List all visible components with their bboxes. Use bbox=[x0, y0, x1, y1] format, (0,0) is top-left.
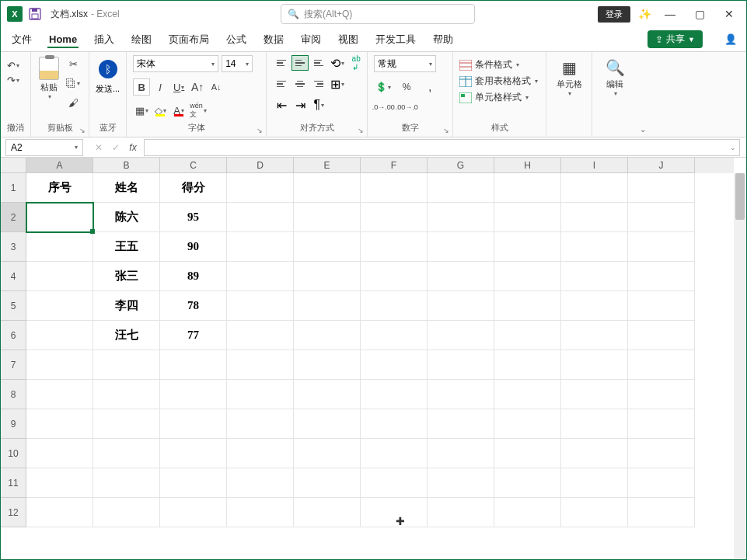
cell-F6[interactable] bbox=[361, 321, 428, 350]
col-header-B[interactable]: B bbox=[93, 158, 160, 173]
cell-E5[interactable] bbox=[294, 291, 361, 321]
align-center-button[interactable] bbox=[291, 76, 309, 92]
cell-H1[interactable] bbox=[494, 173, 561, 203]
confirm-formula-button[interactable]: ✓ bbox=[108, 142, 124, 153]
row-header-4[interactable]: 4 bbox=[1, 262, 26, 291]
cell-I7[interactable] bbox=[561, 350, 628, 380]
currency-button[interactable]: 💲▾ bbox=[374, 78, 393, 96]
cell-G5[interactable] bbox=[428, 291, 494, 321]
cell-F4[interactable] bbox=[361, 262, 428, 291]
decrease-font-button[interactable]: A↓ bbox=[208, 78, 225, 96]
cells-button[interactable]: ▦ 单元格▾ bbox=[553, 55, 585, 100]
menu-data[interactable]: 数据 bbox=[262, 30, 285, 50]
cell-B11[interactable] bbox=[93, 468, 160, 498]
cell-B4[interactable]: 张三 bbox=[93, 262, 160, 291]
save-icon[interactable] bbox=[29, 8, 41, 20]
menu-formulas[interactable]: 公式 bbox=[225, 30, 248, 50]
cell-E2[interactable] bbox=[294, 203, 361, 232]
cell-J10[interactable] bbox=[628, 439, 695, 468]
align-top-button[interactable] bbox=[273, 55, 290, 71]
cancel-formula-button[interactable]: ✕ bbox=[91, 142, 106, 153]
cell-G3[interactable] bbox=[428, 232, 494, 262]
cell-F1[interactable] bbox=[361, 173, 428, 203]
cell-F3[interactable] bbox=[361, 232, 428, 262]
cell-D1[interactable] bbox=[227, 173, 294, 203]
wrap-text-button[interactable]: ab↲ bbox=[347, 55, 365, 71]
row-header-5[interactable]: 5 bbox=[1, 291, 26, 321]
bold-button[interactable]: B bbox=[133, 78, 150, 96]
cell-A6[interactable] bbox=[26, 321, 93, 350]
cell-J4[interactable] bbox=[628, 262, 695, 291]
cell-A4[interactable] bbox=[26, 262, 93, 291]
cell-A7[interactable] bbox=[26, 350, 93, 380]
cell-F7[interactable] bbox=[361, 350, 428, 380]
cell-I6[interactable] bbox=[561, 321, 628, 350]
cell-F2[interactable] bbox=[361, 203, 428, 232]
cell-D11[interactable] bbox=[227, 468, 294, 498]
col-header-I[interactable]: I bbox=[561, 158, 628, 173]
cell-G10[interactable] bbox=[428, 439, 494, 468]
minimize-button[interactable]: — bbox=[659, 8, 681, 20]
menu-insert[interactable]: 插入 bbox=[93, 30, 116, 50]
comma-button[interactable]: , bbox=[421, 78, 439, 96]
cell-J2[interactable] bbox=[628, 203, 695, 232]
cell-G9[interactable] bbox=[428, 409, 494, 439]
dialog-launcher-icon[interactable]: ↘ bbox=[257, 127, 263, 134]
cell-B12[interactable] bbox=[93, 498, 160, 527]
cell-B8[interactable] bbox=[93, 380, 160, 409]
cell-F8[interactable] bbox=[361, 380, 428, 409]
cell-A1[interactable]: 序号 bbox=[26, 173, 93, 203]
cell-A5[interactable] bbox=[26, 291, 93, 321]
format-painter-button[interactable]: 🖌 bbox=[64, 94, 82, 111]
cell-style-button[interactable]: 单元格样式▾ bbox=[459, 91, 529, 104]
cell-D9[interactable] bbox=[227, 409, 294, 439]
formula-input[interactable]: ⌄ bbox=[144, 139, 740, 156]
row-header-12[interactable]: 12 bbox=[1, 498, 26, 527]
number-format-select[interactable]: 常规▾ bbox=[374, 55, 436, 72]
cell-I8[interactable] bbox=[561, 380, 628, 409]
cell-D10[interactable] bbox=[227, 439, 294, 468]
cells-area[interactable]: 序号 姓名 得分 陈六 95 王五 90 张三 89 李四 78 bbox=[26, 173, 734, 560]
cell-D12[interactable] bbox=[227, 498, 294, 527]
collapse-ribbon-button[interactable]: ⌄ bbox=[640, 125, 646, 134]
cell-I4[interactable] bbox=[561, 262, 628, 291]
cell-I3[interactable] bbox=[561, 232, 628, 262]
cell-C4[interactable]: 89 bbox=[160, 262, 227, 291]
cell-A11[interactable] bbox=[26, 468, 93, 498]
cell-J5[interactable] bbox=[628, 291, 695, 321]
row-header-2[interactable]: 2 bbox=[1, 203, 26, 232]
cell-B1[interactable]: 姓名 bbox=[93, 173, 160, 203]
cell-B10[interactable] bbox=[93, 439, 160, 468]
row-header-8[interactable]: 8 bbox=[1, 380, 26, 409]
col-header-C[interactable]: C bbox=[160, 158, 227, 173]
menu-review[interactable]: 审阅 bbox=[299, 30, 323, 50]
conditional-format-button[interactable]: 条件格式▾ bbox=[459, 58, 519, 71]
phonetic-button[interactable]: wén文▾ bbox=[189, 102, 208, 119]
cell-I11[interactable] bbox=[561, 468, 628, 498]
cell-C7[interactable] bbox=[160, 350, 227, 380]
cell-H11[interactable] bbox=[494, 468, 561, 498]
cell-D5[interactable] bbox=[227, 291, 294, 321]
cell-G7[interactable] bbox=[428, 350, 494, 380]
cell-C11[interactable] bbox=[160, 468, 227, 498]
cell-H2[interactable] bbox=[494, 203, 561, 232]
col-header-A[interactable]: A bbox=[26, 158, 93, 173]
menu-file[interactable]: 文件 bbox=[10, 30, 33, 50]
cell-E7[interactable] bbox=[294, 350, 361, 380]
fill-color-button[interactable]: ◇▾ bbox=[152, 102, 169, 119]
search-box[interactable]: 🔍 搜索(Alt+Q) bbox=[281, 4, 475, 24]
cell-H9[interactable] bbox=[494, 409, 561, 439]
cell-F10[interactable] bbox=[361, 439, 428, 468]
login-button[interactable]: 登录 bbox=[598, 6, 630, 23]
cell-E9[interactable] bbox=[294, 409, 361, 439]
menu-dev[interactable]: 开发工具 bbox=[374, 30, 417, 50]
cell-A3[interactable] bbox=[26, 232, 93, 262]
align-left-button[interactable] bbox=[273, 76, 290, 92]
cell-I10[interactable] bbox=[561, 439, 628, 468]
menu-home[interactable]: Home bbox=[47, 30, 79, 48]
cell-G1[interactable] bbox=[428, 173, 494, 203]
cell-C10[interactable] bbox=[160, 439, 227, 468]
cell-C6[interactable]: 77 bbox=[160, 321, 227, 350]
cell-B6[interactable]: 汪七 bbox=[93, 321, 160, 350]
menu-draw[interactable]: 绘图 bbox=[130, 30, 153, 50]
